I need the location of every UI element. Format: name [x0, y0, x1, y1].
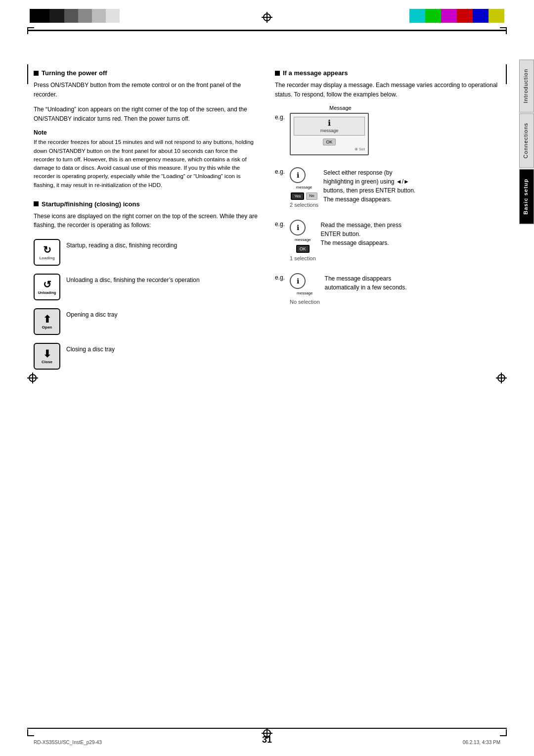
crosshair-top-center [262, 12, 272, 23]
eg2-msg-label: message [290, 185, 318, 189]
eg3-msg-label: message [290, 237, 316, 242]
eg2-no-btn: No [306, 192, 317, 200]
eg3-info-icon: ℹ [290, 220, 306, 236]
open-label: Open [42, 325, 52, 330]
eg3-ok-btn: OK [296, 245, 310, 253]
unloading-icon-box: ↺ Un­loading [34, 274, 60, 300]
content-columns: Turning the power off Press ON/STANDBY b… [34, 69, 500, 378]
icon-items-list: ↻ Loading Startup, reading a disc, finis… [34, 239, 259, 370]
turning-power-off-heading: Turning the power off [34, 69, 259, 77]
eg3-label: e.g. [275, 220, 286, 228]
sidebar-tab-connections[interactable]: Connections [519, 113, 534, 168]
unloading-desc: Unloading a disc, finishing the recorder… [66, 274, 200, 284]
open-icon-box: ⬆ Open [34, 308, 60, 335]
right-column: If a message appears The recorder may di… [275, 69, 500, 378]
close-label: Close [42, 360, 52, 364]
eg1-info-icon: ℹ [297, 119, 361, 127]
heading-square2 [34, 201, 39, 206]
eg2-yes-btn: Yes [291, 192, 304, 200]
unloading-label: Un­loading [38, 290, 56, 295]
heading-square [34, 71, 39, 76]
open-arrow: ⬆ [43, 314, 51, 324]
eg4-selection-label: No selection [290, 299, 320, 305]
eg2-label: e.g. [275, 167, 286, 175]
eg2-selection-label: 2 selections [290, 202, 318, 208]
if-message-heading: If a message appears [275, 69, 500, 77]
heading-square3 [275, 71, 280, 76]
eg1-set-label: ⊕ Set [294, 147, 365, 151]
open-desc: Opening a disc tray [66, 308, 117, 319]
eg2-info-icon: ℹ [290, 167, 306, 183]
eg1-btn-row: OK [294, 138, 365, 146]
footer-left: RD-XS35SU/SC_InstE_p29-43 [34, 740, 102, 745]
eg2-desc: Select either response (by highlighting … [323, 167, 422, 204]
corner-mark-tr [500, 27, 507, 34]
icon-item-unloading: ↺ Un­loading Unloading a disc, finishing… [34, 274, 259, 300]
close-arrow: ⬇ [43, 349, 51, 359]
corner-mark-bl [27, 729, 34, 736]
loading-desc: Startup, reading a disc, finishing recor… [66, 239, 177, 250]
footer-right: 06.2.13, 4:33 PM [463, 740, 500, 745]
note-label: Note [34, 129, 259, 136]
vreg-right [506, 64, 507, 84]
icon-item-close: ⬇ Close Closing a disc tray [34, 343, 259, 370]
top-rule [27, 30, 507, 31]
example-1: e.g. ℹ message OK ⊕ Set [275, 113, 500, 155]
eg2-btn-row: Yes No [290, 192, 318, 200]
turning-power-off-body2: The “Unloading” icon appears on the righ… [34, 105, 259, 123]
eg3-selection-label: 1 selection [290, 255, 316, 261]
close-icon-box: ⬇ Close [34, 343, 60, 370]
icon-item-open: ⬆ Open Opening a disc tray [34, 308, 259, 335]
main-content: Turning the power off Press ON/STANDBY b… [34, 59, 500, 722]
eg4-msg-label: message [290, 291, 320, 295]
eg4-desc: The message disappears automatically in … [325, 273, 424, 292]
eg1-ok-btn: OK [323, 139, 335, 145]
eg3-desc: Read the message, then press ENTER butto… [321, 220, 420, 247]
turning-power-off-body1: Press ON/STANDBY button from the remote … [34, 81, 259, 99]
close-desc: Closing a disc tray [66, 343, 115, 354]
eg4-info-icon: ℹ [290, 273, 306, 289]
eg3-btn-row: OK [290, 244, 316, 253]
eg1-msg-text: message [297, 128, 361, 133]
example-2: e.g. ℹ message Yes No 2 selections [275, 167, 500, 208]
vreg-left [27, 64, 28, 84]
example-4: e.g. ℹ message No selection The message … [275, 273, 500, 305]
color-bar-top-right [409, 9, 504, 23]
startup-icons-heading: Startup/finishing (closing) icons [34, 200, 259, 208]
note-text: If the recorder freezes for about 15 min… [34, 138, 259, 189]
eg1-screen-inner: ℹ message [294, 117, 365, 136]
loading-icon-box: ↻ Loading [34, 239, 60, 266]
sidebar-tab-basic-setup[interactable]: Basic setup [519, 169, 534, 224]
page-number: 31 [262, 735, 272, 745]
sidebar-tab-introduction[interactable]: Introduction [519, 59, 534, 112]
startup-icons-body: These icons are displayed on the right c… [34, 212, 259, 230]
eg1-label: e.g. [275, 113, 286, 121]
if-message-body: The recorder may display a message. Each… [275, 81, 500, 99]
loading-label: Loading [39, 256, 54, 260]
message-label: Message [329, 105, 500, 111]
unloading-arrow: ↺ [43, 280, 51, 289]
color-bar-top-left [30, 9, 120, 23]
corner-mark-br [500, 729, 507, 736]
icon-item-loading: ↻ Loading Startup, reading a disc, finis… [34, 239, 259, 266]
corner-mark-tl [27, 27, 34, 34]
left-column: Turning the power off Press ON/STANDBY b… [34, 69, 259, 378]
loading-arrow: ↻ [43, 245, 51, 255]
example-3: e.g. ℹ message OK 1 selection R [275, 220, 500, 261]
eg1-screen: ℹ message OK ⊕ Set [290, 113, 369, 155]
right-sidebar: Introduction Connections Basic setup [519, 59, 534, 224]
eg4-label: e.g. [275, 273, 286, 281]
